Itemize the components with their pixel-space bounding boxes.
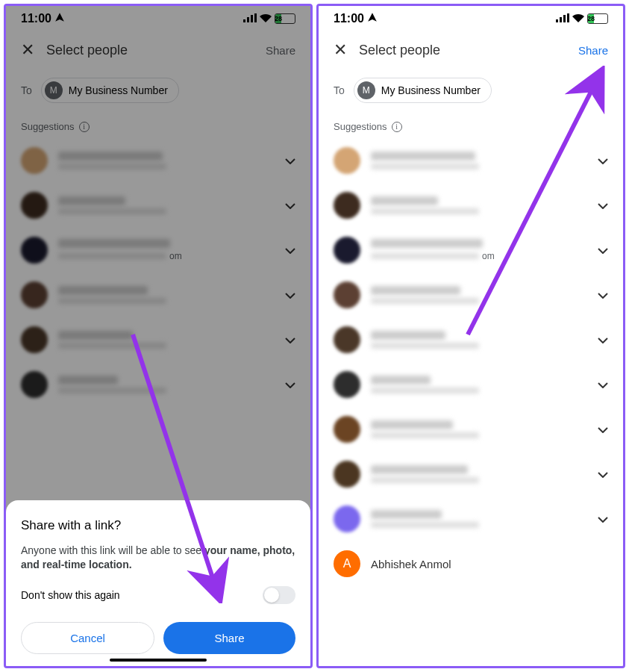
- chevron-down-icon[interactable]: [598, 288, 608, 302]
- bottom-sheet: Share with a link? Anyone with this link…: [6, 500, 310, 666]
- svg-rect-7: [563, 15, 566, 22]
- to-row: To M My Business Number: [319, 72, 623, 115]
- contact-info: [371, 510, 587, 528]
- phone-right: 11:00 28 ✕ Select people Share To M My B…: [316, 4, 625, 668]
- contact-info: [371, 196, 587, 214]
- contact-info: [371, 331, 587, 349]
- contact-info: [371, 152, 587, 169]
- sheet-body: Anyone with this link will be able to se…: [21, 544, 295, 573]
- chevron-down-icon[interactable]: [598, 199, 608, 212]
- chevron-down-icon[interactable]: [598, 333, 608, 346]
- dont-show-toggle[interactable]: [263, 586, 295, 604]
- contact-row[interactable]: [319, 407, 623, 452]
- contact-row[interactable]: [319, 497, 623, 541]
- share-button[interactable]: Share: [578, 44, 608, 57]
- status-time: 11:00: [334, 12, 364, 25]
- cancel-button[interactable]: Cancel: [21, 622, 154, 654]
- signal-icon: [556, 12, 569, 25]
- contact-row[interactable]: om: [319, 228, 623, 273]
- contact-avatar: A: [334, 550, 360, 577]
- svg-rect-8: [567, 13, 569, 22]
- nav-bar: ✕ Select people Share: [319, 28, 623, 72]
- contact-avatar: [334, 326, 360, 353]
- contact-info: [371, 420, 587, 438]
- contact-avatar: [334, 371, 360, 398]
- wifi-icon: [572, 12, 584, 25]
- contact-avatar: [334, 281, 360, 308]
- chevron-down-icon[interactable]: [598, 467, 608, 481]
- battery-icon: 28: [587, 13, 608, 24]
- svg-rect-6: [560, 17, 562, 22]
- recipient-chip[interactable]: M My Business Number: [354, 78, 492, 103]
- contact-info: om: [371, 239, 587, 261]
- chevron-down-icon[interactable]: [598, 512, 608, 526]
- contact-avatar: [334, 461, 360, 488]
- contact-row[interactable]: [319, 317, 623, 362]
- contact-info: [371, 465, 587, 483]
- chip-avatar: M: [357, 81, 375, 99]
- suggestions-header: Suggestions i: [319, 115, 623, 138]
- to-label: To: [334, 84, 345, 96]
- contact-row[interactable]: [319, 452, 623, 497]
- location-icon: [367, 12, 378, 25]
- chevron-down-icon[interactable]: [598, 243, 608, 257]
- contact-row[interactable]: [319, 138, 623, 183]
- contact-avatar: [334, 192, 360, 219]
- contacts-list: om: [319, 138, 623, 666]
- chevron-down-icon[interactable]: [598, 378, 608, 391]
- home-indicator[interactable]: [110, 659, 207, 662]
- contact-info: [371, 286, 587, 304]
- contact-avatar: [334, 416, 360, 443]
- contact-row[interactable]: [319, 273, 623, 317]
- contact-avatar: [334, 505, 360, 532]
- phone-left: 11:00 28 ✕ Select people Share To M My B…: [4, 4, 313, 668]
- chevron-down-icon[interactable]: [598, 423, 608, 436]
- sheet-title: Share with a link?: [21, 518, 295, 533]
- contact-row[interactable]: A Abhishek Anmol: [319, 541, 623, 586]
- svg-rect-5: [556, 19, 558, 22]
- contact-avatar: [334, 147, 360, 174]
- contact-info: Abhishek Anmol: [371, 558, 608, 570]
- page-title: Select people: [359, 43, 566, 58]
- contact-info: [371, 376, 587, 393]
- contact-avatar: [334, 237, 360, 264]
- contact-row[interactable]: [319, 183, 623, 228]
- close-button[interactable]: ✕: [334, 40, 347, 60]
- contact-row[interactable]: [319, 362, 623, 407]
- chevron-down-icon[interactable]: [598, 154, 608, 167]
- info-icon[interactable]: i: [392, 122, 402, 132]
- chip-label: My Business Number: [381, 84, 481, 96]
- share-confirm-button[interactable]: Share: [163, 622, 295, 654]
- dont-show-row: Don't show this again: [21, 586, 295, 604]
- status-bar: 11:00 28: [319, 6, 623, 28]
